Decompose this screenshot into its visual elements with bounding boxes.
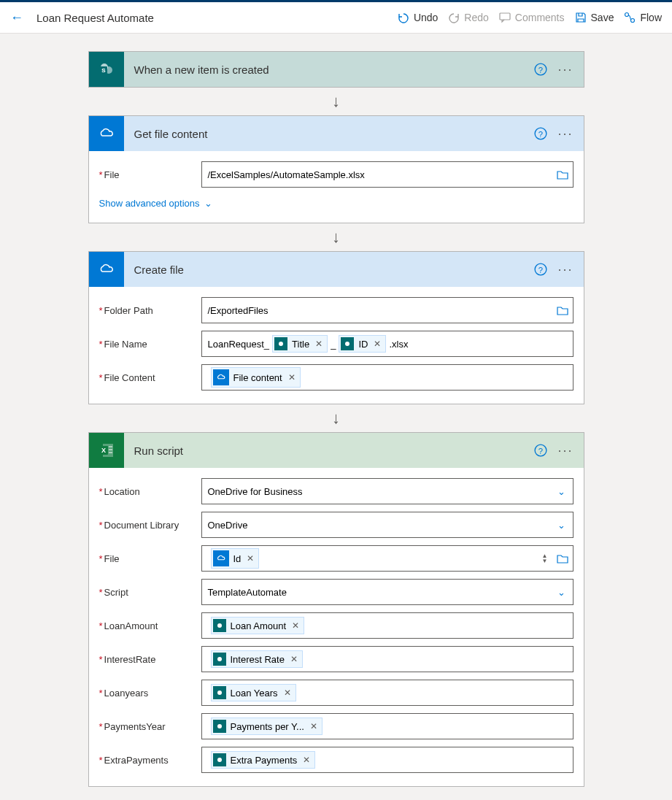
location-label: Location xyxy=(99,486,201,497)
token-remove-icon[interactable]: ✕ xyxy=(292,620,299,631)
more-icon[interactable]: ··· xyxy=(557,262,573,277)
extra-payments-input[interactable]: Extra Payments✕ xyxy=(201,747,573,773)
token-remove-icon[interactable]: ✕ xyxy=(303,755,310,765)
file-input[interactable]: Id ✕ ▲▼ xyxy=(201,545,573,572)
redo-icon xyxy=(448,12,460,23)
sharepoint-token-icon xyxy=(213,686,226,699)
help-icon[interactable]: ? xyxy=(534,263,547,276)
card-body: Location OneDrive for Business ⌄ Documen… xyxy=(89,468,584,786)
loan-years-input[interactable]: Loan Years✕ xyxy=(201,680,573,706)
library-select[interactable]: OneDrive ⌄ xyxy=(201,512,573,538)
save-button[interactable]: Save xyxy=(575,12,614,23)
get-file-content-card[interactable]: Get file content ? ··· File /ExcelSample… xyxy=(88,115,584,223)
sharepoint-token-icon xyxy=(341,337,354,350)
file-content-label: File Content xyxy=(99,372,201,383)
svg-text:?: ? xyxy=(538,130,543,139)
arrow-down-icon: ↓ xyxy=(329,92,344,111)
back-arrow-icon[interactable]: ← xyxy=(10,10,23,26)
chevron-down-icon[interactable]: ⌄ xyxy=(557,486,565,497)
folder-picker-icon[interactable] xyxy=(557,553,568,564)
token-remove-icon[interactable]: ✕ xyxy=(374,339,381,349)
run-script-card[interactable]: X Run script ? ··· Location OneDrive for… xyxy=(88,432,584,787)
svg-text:?: ? xyxy=(538,447,543,455)
topbar-actions: Undo Redo Comments Save Flow xyxy=(398,12,662,23)
file-input[interactable]: /ExcelSamples/AutomateSample.xlsx xyxy=(201,161,573,188)
onedrive-icon xyxy=(89,252,124,287)
loan-years-label: Loanyears xyxy=(99,688,201,699)
token-remove-icon[interactable]: ✕ xyxy=(290,654,298,664)
sharepoint-token-icon xyxy=(274,337,287,350)
file-label: File xyxy=(99,553,201,564)
spinner-icon[interactable]: ▲▼ xyxy=(542,553,548,564)
excel-icon: X xyxy=(89,433,124,468)
folder-picker-icon[interactable] xyxy=(557,169,568,180)
token-id[interactable]: Id ✕ xyxy=(211,548,260,569)
card-header: Get file content ? ··· xyxy=(89,116,584,151)
card-header: X Run script ? ··· xyxy=(89,433,584,468)
library-label: Document Library xyxy=(99,520,201,531)
payments-year-label: PaymentsYear xyxy=(99,721,201,732)
token-interest-rate[interactable]: Interest Rate✕ xyxy=(211,650,303,668)
token-loan-amount[interactable]: Loan Amount✕ xyxy=(211,617,305,634)
help-icon[interactable]: ? xyxy=(534,63,547,76)
token-loan-years[interactable]: Loan Years✕ xyxy=(211,684,296,701)
card-header: Create file ? ··· xyxy=(89,252,584,287)
interest-rate-input[interactable]: Interest Rate✕ xyxy=(201,646,573,672)
token-payments-year[interactable]: Payments per Y...✕ xyxy=(211,718,323,735)
interest-rate-label: InterestRate xyxy=(99,654,201,665)
file-content-input[interactable]: File content ✕ xyxy=(201,364,573,391)
file-name-label: File Name xyxy=(99,339,201,350)
script-label: Script xyxy=(99,587,201,598)
token-remove-icon[interactable]: ✕ xyxy=(284,688,291,698)
onedrive-icon xyxy=(89,116,124,151)
svg-rect-0 xyxy=(500,13,510,20)
flow-canvas: S When a new item is created ? ··· ↓ Get… xyxy=(0,34,672,800)
card-header: S When a new item is created ? ··· xyxy=(89,52,584,87)
save-icon xyxy=(575,12,587,23)
sharepoint-token-icon xyxy=(213,753,226,766)
show-advanced-link[interactable]: Show advanced options ⌄ xyxy=(99,198,212,209)
help-icon[interactable]: ? xyxy=(534,127,547,140)
location-select[interactable]: OneDrive for Business ⌄ xyxy=(201,478,573,504)
create-file-card[interactable]: Create file ? ··· Folder Path /ExportedF… xyxy=(88,251,584,404)
comment-icon xyxy=(499,12,511,23)
card-title: Get file content xyxy=(124,128,535,140)
svg-point-1 xyxy=(625,13,629,17)
loan-amount-input[interactable]: Loan Amount✕ xyxy=(201,612,573,639)
more-icon[interactable]: ··· xyxy=(557,62,573,77)
sharepoint-token-icon xyxy=(213,619,226,632)
token-remove-icon[interactable]: ✕ xyxy=(288,372,296,382)
chevron-down-icon[interactable]: ⌄ xyxy=(557,520,565,531)
trigger-card[interactable]: S When a new item is created ? ··· xyxy=(88,51,584,88)
token-title[interactable]: Title✕ xyxy=(272,335,328,353)
card-body: File /ExcelSamples/AutomateSample.xlsx S… xyxy=(89,151,584,223)
folder-path-label: Folder Path xyxy=(99,305,201,316)
onedrive-token-icon xyxy=(213,550,229,566)
chevron-down-icon[interactable]: ⌄ xyxy=(557,587,565,598)
chevron-down-icon: ⌄ xyxy=(204,198,212,209)
more-icon[interactable]: ··· xyxy=(557,443,573,458)
extra-payments-label: ExtraPayments xyxy=(99,755,201,766)
token-remove-icon[interactable]: ✕ xyxy=(247,553,254,564)
help-icon[interactable]: ? xyxy=(534,444,547,457)
token-extra-payments[interactable]: Extra Payments✕ xyxy=(211,751,316,769)
token-remove-icon[interactable]: ✕ xyxy=(310,721,317,731)
svg-text:?: ? xyxy=(538,66,543,74)
arrow-down-icon: ↓ xyxy=(329,409,344,428)
file-name-input[interactable]: LoanRequest_ Title✕ _ ID✕ .xlsx xyxy=(201,331,573,357)
undo-icon xyxy=(398,12,409,23)
file-label: File xyxy=(99,169,201,180)
script-select[interactable]: TemplateAutomate ⌄ xyxy=(201,579,573,605)
card-title: Run script xyxy=(124,445,535,457)
more-icon[interactable]: ··· xyxy=(557,126,573,142)
flow-button[interactable]: Flow xyxy=(624,12,662,23)
token-remove-icon[interactable]: ✕ xyxy=(315,339,323,349)
folder-picker-icon[interactable] xyxy=(557,305,568,315)
redo-button[interactable]: Redo xyxy=(448,12,488,23)
token-file-content[interactable]: File content ✕ xyxy=(211,367,301,388)
folder-path-input[interactable]: /ExportedFiles xyxy=(201,297,573,323)
token-id[interactable]: ID✕ xyxy=(339,335,386,353)
undo-button[interactable]: Undo xyxy=(398,12,438,23)
comments-button[interactable]: Comments xyxy=(499,12,565,23)
payments-year-input[interactable]: Payments per Y...✕ xyxy=(201,713,573,739)
